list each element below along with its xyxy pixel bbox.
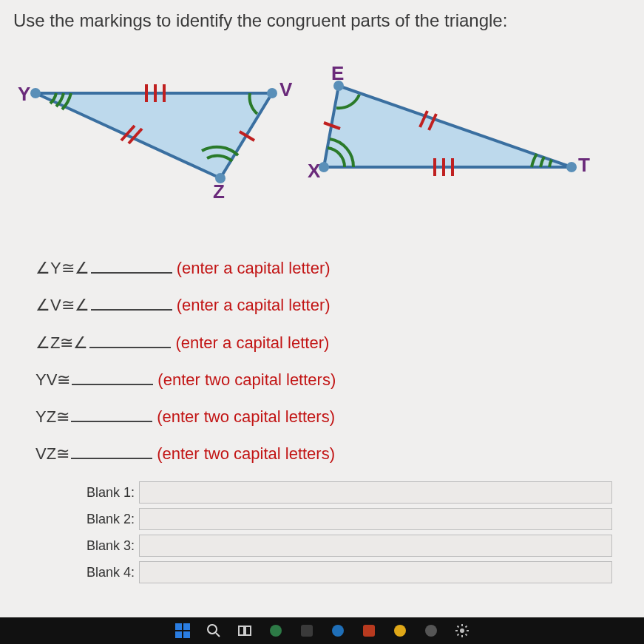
app-icon[interactable] [392, 623, 408, 639]
statement-hint: (enter a capital letter) [177, 259, 331, 278]
vertex-label-t: T [578, 154, 590, 177]
statement-hint: (enter two capital letters) [157, 370, 336, 390]
vertex-label-z: Z [213, 180, 225, 203]
blank-4-input[interactable] [139, 561, 612, 583]
statement-row: YV≅ (enter two capital letters) [35, 367, 631, 390]
svg-rect-31 [363, 625, 375, 637]
svg-point-28 [270, 625, 282, 637]
blank-underline [71, 441, 152, 459]
settings-icon[interactable] [454, 623, 470, 639]
task-view-icon[interactable] [237, 623, 253, 639]
answer-label: Blank 4: [58, 565, 139, 580]
statement-lhs: ∠V≅∠ [35, 296, 89, 315]
vertex-label-v: V [279, 78, 292, 101]
question-prompt: Use the markings to identify the congrue… [13, 10, 631, 31]
statement-row: YZ≅ (enter two capital letters) [35, 404, 631, 427]
answer-row: Blank 1: [58, 481, 631, 504]
statement-hint: (enter a capital letter) [177, 296, 331, 315]
statement-row: VZ≅ (enter two capital letters) [35, 441, 631, 464]
svg-point-2 [267, 88, 277, 98]
search-icon[interactable] [206, 623, 222, 639]
statement-hint: (enter a capital letter) [175, 333, 329, 353]
svg-point-13 [566, 162, 577, 172]
svg-point-24 [208, 625, 217, 634]
app-icon[interactable] [330, 623, 346, 639]
statement-hint: (enter two capital letters) [157, 444, 335, 464]
svg-marker-10 [324, 86, 572, 167]
blank-underline [72, 367, 153, 385]
statement-row: ∠Z≅∠ (enter a capital letter) [35, 330, 631, 352]
svg-point-32 [394, 625, 406, 637]
vertex-label-x: X [308, 160, 320, 183]
answer-row: Blank 3: [58, 535, 631, 557]
statement-lhs: ∠Y≅∠ [35, 259, 89, 278]
svg-marker-0 [35, 93, 272, 178]
answer-row: Blank 2: [58, 508, 631, 530]
taskbar [0, 617, 644, 644]
vertex-label-y: Y [18, 83, 30, 106]
vertex-label-e: E [331, 62, 344, 85]
svg-rect-23 [183, 631, 190, 638]
answer-label: Blank 3: [58, 538, 139, 554]
app-icon[interactable] [299, 623, 315, 639]
answer-label: Blank 2: [58, 512, 139, 527]
answer-label: Blank 1: [58, 485, 139, 501]
svg-point-1 [30, 88, 41, 98]
svg-rect-21 [183, 623, 190, 630]
statement-lhs: YZ≅ [35, 407, 70, 427]
app-icon[interactable] [423, 623, 439, 639]
svg-rect-22 [175, 631, 182, 638]
statement-hint: (enter two capital letters) [157, 407, 335, 427]
congruence-statements: ∠Y≅∠ (enter a capital letter) ∠V≅∠ (ente… [35, 256, 631, 464]
blank-underline [89, 330, 171, 348]
triangles-figure: Y V Z E X T [13, 49, 620, 204]
blank-underline [91, 293, 172, 311]
windows-icon[interactable] [174, 623, 191, 639]
answer-row: Blank 4: [58, 561, 631, 583]
svg-point-33 [425, 625, 437, 637]
svg-point-30 [332, 625, 344, 637]
svg-rect-27 [245, 626, 251, 635]
blank-underline [71, 404, 152, 422]
blank-1-input[interactable] [139, 481, 612, 504]
statement-lhs: YV≅ [35, 370, 70, 390]
app-icon[interactable] [361, 623, 377, 639]
svg-point-34 [460, 628, 464, 633]
answer-blanks: Blank 1: Blank 2: Blank 3: Blank 4: [58, 481, 631, 583]
statement-row: ∠V≅∠ (enter a capital letter) [35, 293, 631, 315]
blank-underline [91, 256, 172, 274]
blank-2-input[interactable] [139, 508, 612, 530]
svg-rect-26 [239, 626, 244, 635]
app-icon[interactable] [268, 623, 284, 639]
svg-rect-20 [175, 623, 182, 630]
svg-rect-29 [301, 625, 313, 637]
statement-row: ∠Y≅∠ (enter a capital letter) [35, 256, 631, 278]
statement-lhs: VZ≅ [35, 444, 70, 464]
blank-3-input[interactable] [139, 535, 612, 557]
statement-lhs: ∠Z≅∠ [35, 333, 88, 353]
svg-line-25 [216, 633, 220, 637]
